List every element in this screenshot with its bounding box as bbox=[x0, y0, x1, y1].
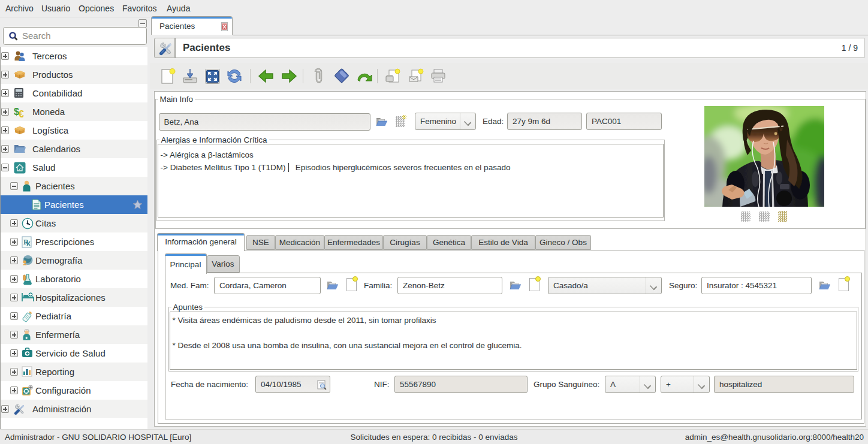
svg-text:R: R bbox=[23, 238, 29, 246]
svg-text:€: € bbox=[19, 109, 24, 118]
